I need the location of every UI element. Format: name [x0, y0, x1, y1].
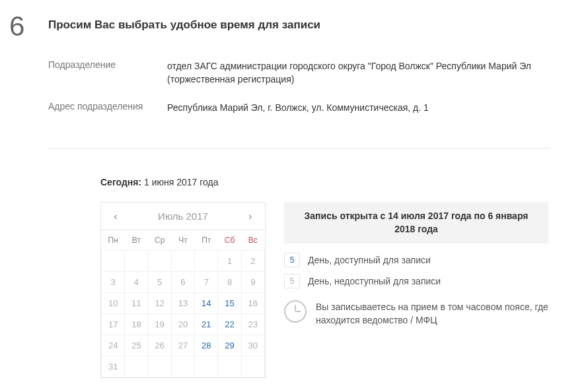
weekday-header: Пт	[195, 230, 218, 251]
calendar-day	[218, 356, 241, 377]
weekday-header: Чт	[171, 230, 194, 251]
info-block: Подразделение отдел ЗАГС администрации г…	[48, 59, 550, 129]
calendar-day	[148, 251, 171, 272]
divider	[48, 148, 550, 148]
weekday-header: Вт	[125, 230, 148, 251]
calendar-day: 2	[241, 251, 264, 272]
calendar-day: 17	[102, 314, 125, 335]
calendar-month-label: Июль 2017	[158, 211, 208, 222]
calendar-day[interactable]: 15	[218, 293, 241, 314]
legend-sample-unavailable: 5	[284, 274, 300, 288]
legend-sample-available: 5	[284, 253, 300, 267]
calendar-day[interactable]: 14	[195, 293, 218, 314]
department-label: Подразделение	[48, 59, 167, 86]
legend-available-text: День, доступный для записи	[308, 255, 431, 265]
calendar-day	[171, 356, 194, 377]
weekday-header: Вс	[241, 230, 264, 251]
calendar-header: ‹ Июль 2017 ›	[101, 203, 265, 230]
step-title: Просим Вас выбрать удобное время для зап…	[48, 18, 320, 32]
calendar-day: 30	[241, 335, 264, 356]
calendar-day: 18	[125, 314, 148, 335]
calendar-day[interactable]: 28	[195, 335, 218, 356]
timezone-note-text: Вы записываетесь на прием в том часовом …	[316, 300, 548, 327]
today-line: Сегодня: 1 июня 2017 года	[100, 177, 218, 187]
calendar-grid: ПнВтСрЧтПтСбВс 1234567891011121314151617…	[101, 230, 265, 377]
calendar: ‹ Июль 2017 › ПнВтСрЧтПтСбВс 12345678910…	[100, 202, 266, 378]
calendar-day: 1	[218, 251, 241, 272]
calendar-day	[195, 251, 218, 272]
calendar-day: 31	[102, 356, 125, 377]
calendar-day: 10	[102, 293, 125, 314]
address-value: Республика Марий Эл, г. Волжск, ул. Комм…	[167, 101, 429, 114]
calendar-day: 4	[125, 272, 148, 293]
calendar-day	[171, 251, 194, 272]
weekday-header: Сб	[218, 230, 241, 251]
calendar-day: 23	[241, 314, 264, 335]
calendar-prev-button[interactable]: ‹	[109, 211, 122, 222]
calendar-day: 11	[125, 293, 148, 314]
calendar-day[interactable]: 22	[218, 314, 241, 335]
calendar-day: 3	[102, 272, 125, 293]
legend-available-row: 5 День, доступный для записи	[284, 253, 548, 267]
address-row: Адрес подразделения Республика Марий Эл,…	[48, 101, 550, 114]
calendar-day: 24	[102, 335, 125, 356]
timezone-note: Вы записываетесь на прием в том часовом …	[284, 300, 548, 327]
calendar-day: 7	[195, 272, 218, 293]
calendar-day: 12	[148, 293, 171, 314]
calendar-day: 27	[171, 335, 194, 356]
calendar-day: 20	[171, 314, 194, 335]
calendar-day	[148, 356, 171, 377]
calendar-day	[241, 356, 264, 377]
step-number: 6	[9, 11, 24, 42]
calendar-day: 5	[148, 272, 171, 293]
calendar-day: 16	[241, 293, 264, 314]
calendar-day: 25	[125, 335, 148, 356]
calendar-day	[102, 251, 125, 272]
calendar-day[interactable]: 29	[218, 335, 241, 356]
legend-unavailable-row: 5 День, недоступный для записи	[284, 274, 548, 288]
legend-unavailable-text: День, недоступный для записи	[308, 276, 441, 286]
calendar-day	[195, 356, 218, 377]
today-label: Сегодня:	[100, 177, 141, 187]
calendar-day	[125, 356, 148, 377]
calendar-day	[125, 251, 148, 272]
calendar-day: 26	[148, 335, 171, 356]
department-value: отдел ЗАГС администрации городского окру…	[167, 59, 550, 86]
address-label: Адрес подразделения	[48, 101, 167, 114]
clock-icon	[284, 300, 307, 323]
today-value: 1 июня 2017 года	[144, 177, 218, 187]
weekday-header: Ср	[148, 230, 171, 251]
calendar-day[interactable]: 21	[195, 314, 218, 335]
calendar-day: 8	[218, 272, 241, 293]
calendar-day: 13	[171, 293, 194, 314]
department-row: Подразделение отдел ЗАГС администрации г…	[48, 59, 550, 86]
calendar-next-button[interactable]: ›	[244, 211, 257, 222]
legend: Запись открыта с 14 июля 2017 года по 6 …	[284, 202, 548, 327]
calendar-day: 19	[148, 314, 171, 335]
booking-window-banner: Запись открыта с 14 июля 2017 года по 6 …	[284, 202, 548, 244]
calendar-day: 6	[171, 272, 194, 293]
calendar-day: 9	[241, 272, 264, 293]
weekday-header: Пн	[102, 230, 125, 251]
